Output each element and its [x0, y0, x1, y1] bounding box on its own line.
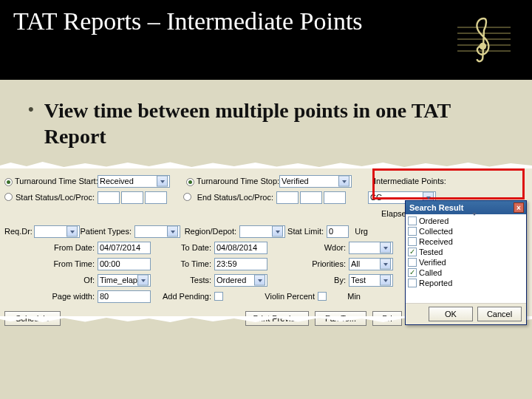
search-result-popup: Search Result × Ordered Collected Receiv…: [405, 200, 527, 325]
to-time-value: 23:59: [216, 259, 237, 268]
checkbox-collected[interactable]: [408, 227, 417, 236]
stat-limit-value: 0: [329, 227, 333, 236]
min-label: Min: [327, 292, 364, 301]
tests-select[interactable]: Ordered: [214, 274, 267, 287]
slide-body: • View time between multiple points in o…: [0, 80, 532, 160]
popup-titlebar[interactable]: Search Result ×: [406, 201, 526, 214]
patient-types-select[interactable]: [134, 225, 180, 238]
tat-stop-label: Turnaround Time Stop:: [197, 177, 279, 185]
from-time-label: From Time:: [4, 259, 98, 268]
list-item: ✓Tested: [408, 247, 524, 257]
patient-types-label: Patient Types:: [80, 227, 134, 236]
checkbox-verified[interactable]: [408, 258, 417, 267]
checkbox-called[interactable]: ✓: [408, 268, 417, 277]
of-value: Time_elap: [100, 276, 137, 284]
highlight-box: [372, 168, 525, 200]
popup-button-row: OK Cancel: [406, 303, 526, 324]
violin-percent-checkbox[interactable]: [318, 292, 327, 301]
list-item-label: Verified: [419, 258, 446, 267]
end-slp-radio[interactable]: [183, 193, 191, 201]
end-slp-label: End Status/Loc/Proc:: [194, 193, 276, 202]
urg-label: Urg: [349, 227, 371, 236]
region-depot-select[interactable]: [239, 225, 285, 238]
close-icon[interactable]: ×: [514, 202, 524, 213]
priorities-select[interactable]: All: [349, 258, 393, 270]
tat-start-value: Received: [100, 177, 134, 185]
popup-title-text: Search Result: [409, 203, 463, 212]
from-date-input[interactable]: 04/07/2014: [98, 242, 151, 254]
of-select[interactable]: Time_elap: [98, 274, 151, 287]
tat-start-radio[interactable]: [4, 178, 13, 186]
wdor-label: Wdor:: [267, 243, 349, 252]
list-item-label: Called: [419, 268, 442, 277]
start-slp-field-2[interactable]: [121, 191, 143, 204]
reqdr-select[interactable]: [34, 225, 80, 238]
list-item: Collected: [408, 226, 524, 236]
list-item-label: Ordered: [419, 216, 449, 225]
list-item: Verified: [408, 257, 524, 267]
tat-stop-value: Verified: [282, 177, 309, 185]
by-select[interactable]: Test: [349, 274, 393, 287]
page-width-value: 80: [100, 292, 109, 301]
to-time-input[interactable]: 23:59: [214, 258, 267, 270]
list-item: Ordered: [408, 216, 524, 226]
page-width-input[interactable]: 80: [98, 290, 151, 303]
wdor-select[interactable]: [349, 242, 393, 254]
end-slp-field-1[interactable]: [276, 191, 299, 204]
priorities-label: Priorities:: [267, 259, 349, 268]
list-item: ✓Called: [408, 267, 524, 278]
from-date-value: 04/07/2014: [100, 243, 140, 252]
tests-label: Tests:: [151, 276, 214, 284]
by-value: Test: [351, 276, 366, 284]
slide-header: TAT Reports – Intermediate Points: [0, 0, 532, 80]
slide-title: TAT Reports – Intermediate Points: [13, 6, 519, 38]
reqdr-label: Req.Dr:: [4, 227, 34, 236]
list-item-label: Collected: [419, 227, 453, 236]
tat-stop-radio[interactable]: [186, 178, 194, 186]
ok-button-label: OK: [445, 310, 457, 318]
bullet-text: View time between multiple points in one…: [44, 98, 504, 149]
tat-start-label: Turnaround Time Start:: [15, 177, 98, 185]
from-time-input[interactable]: 00:00: [98, 258, 151, 270]
checkbox-reported[interactable]: [408, 279, 417, 287]
bullet-icon: •: [28, 98, 34, 121]
end-slp-field-3[interactable]: [324, 191, 346, 204]
start-slp-label: Start Status/Loc/Proc:: [15, 193, 98, 202]
cancel-button[interactable]: Cancel: [477, 307, 522, 321]
torn-edge-top: [0, 161, 532, 168]
start-slp-radio[interactable]: [4, 193, 13, 201]
checkbox-ordered[interactable]: [408, 216, 417, 225]
start-slp-field-1[interactable]: [98, 191, 120, 204]
of-label: Of:: [4, 276, 98, 284]
popup-list[interactable]: Ordered Collected Received ✓Tested Verif…: [406, 214, 526, 303]
add-pending-label: Add Pending:: [151, 292, 214, 301]
list-item: Reported: [408, 278, 524, 288]
tat-start-select[interactable]: Received: [98, 175, 170, 188]
svg-point-5: [480, 43, 487, 50]
to-date-value: 04/08/2014: [216, 243, 257, 252]
to-date-label: To Date:: [151, 243, 214, 252]
from-time-value: 00:00: [100, 259, 120, 268]
violin-percent-label: Violin Percent: [223, 292, 318, 301]
end-slp-field-2[interactable]: [300, 191, 322, 204]
to-date-input[interactable]: 04/08/2014: [214, 242, 267, 254]
checkbox-tested[interactable]: ✓: [408, 248, 417, 256]
priorities-value: All: [351, 259, 360, 268]
list-item-label: Reported: [419, 279, 452, 287]
page-width-label: Page width:: [4, 292, 98, 301]
stat-limit-input[interactable]: 0: [327, 225, 349, 238]
list-item: Received: [408, 236, 524, 247]
start-slp-field-3[interactable]: [145, 191, 167, 204]
list-item-label: Received: [419, 237, 453, 246]
by-label: By:: [267, 276, 349, 284]
cancel-button-label: Cancel: [487, 310, 512, 318]
checkbox-received[interactable]: [408, 237, 417, 246]
tat-stop-select[interactable]: Verified: [279, 175, 352, 188]
list-item-label: Tested: [419, 248, 443, 256]
to-time-label: To Time:: [151, 259, 214, 268]
music-clef-logo: [451, 6, 517, 72]
add-pending-checkbox[interactable]: [214, 292, 223, 301]
from-date-label: From Date:: [4, 243, 98, 252]
stat-limit-label: Stat Limit:: [285, 227, 327, 236]
ok-button[interactable]: OK: [429, 307, 473, 321]
